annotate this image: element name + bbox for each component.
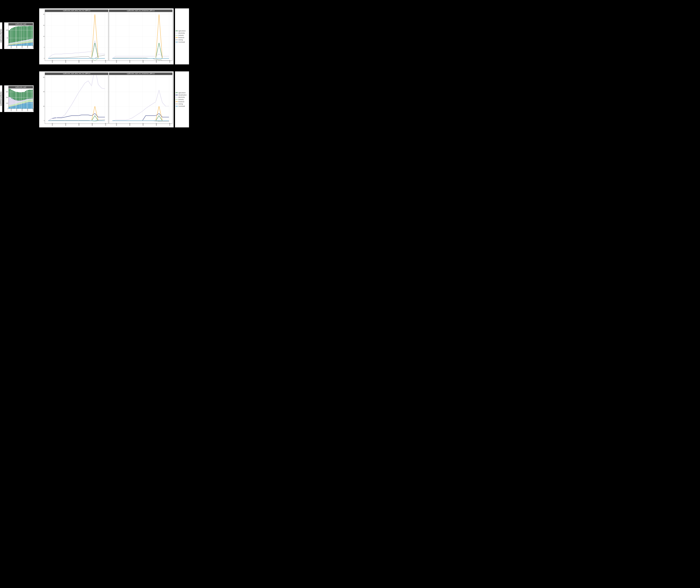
legend-swatch [176, 99, 178, 100]
legend-item: livestock [176, 36, 189, 39]
line-chart-panel: rcp85cooler_ssp5_nuc_moratorium_diffPrcn… [109, 10, 172, 61]
legend-item: municipal [176, 41, 189, 43]
svg-rect-61 [22, 43, 23, 43]
x-tick: 2080 [92, 123, 93, 126]
legend-swatch [176, 101, 178, 102]
y-tick: 0 [44, 58, 45, 59]
svg-rect-76 [25, 40, 26, 41]
svg-rect-123 [11, 106, 12, 106]
legend-swatch [176, 104, 178, 104]
x-tick: 2080 [27, 108, 28, 111]
y-tick: 10 [43, 36, 45, 37]
y-tick: 20 [43, 14, 45, 15]
facet-title: rcp85cooler_ssp5 [8, 86, 33, 88]
svg-rect-15 [11, 43, 12, 44]
y-axis-label: watConsumBySec [0, 22, 2, 49]
svg-rect-65 [22, 26, 23, 41]
svg-rect-67 [24, 43, 25, 43]
svg-rect-48 [20, 44, 21, 46]
svg-rect-37 [17, 44, 18, 44]
y-tick: 200 [6, 97, 9, 98]
svg-rect-72 [25, 43, 26, 46]
svg-rect-22 [13, 42, 14, 43]
svg-rect-101 [30, 26, 31, 39]
svg-rect-17 [11, 28, 12, 43]
svg-rect-23 [13, 28, 14, 42]
svg-rect-24 [14, 44, 15, 46]
legend-item: mining [176, 103, 189, 105]
legend-swatch [176, 31, 178, 31]
svg-rect-51 [20, 42, 21, 43]
x-tick: 2020 [52, 123, 53, 126]
svg-rect-170 [20, 92, 21, 101]
legend-label: agriculture [178, 30, 185, 32]
svg-rect-194 [25, 102, 26, 103]
plot-area: 020406020202040206020802100 [45, 75, 108, 124]
line-chart-panel: rcp85cooler_ssp5_allow_new_nuc_diffPrcnt… [45, 73, 108, 124]
svg-rect-111 [9, 106, 10, 107]
svg-rect-218 [29, 99, 30, 99]
legend-item: electricity [176, 32, 189, 34]
svg-rect-129 [13, 106, 14, 109]
svg-rect-209 [28, 100, 29, 102]
legend-item: agriculture [176, 30, 189, 32]
svg-rect-156 [17, 92, 18, 100]
plot-area: 0100200300 [8, 88, 33, 109]
svg-rect-198 [25, 91, 26, 99]
x-tick: 2080 [27, 45, 28, 48]
svg-rect-99 [30, 40, 31, 42]
x-tick: 2060 [21, 45, 23, 48]
plot-area: 20202040206020802100 [109, 12, 172, 61]
svg-rect-210 [28, 99, 29, 100]
svg-rect-4 [9, 43, 10, 44]
legend-swatch [176, 42, 178, 42]
svg-rect-168 [20, 101, 21, 102]
svg-rect-71 [24, 26, 25, 40]
svg-rect-217 [29, 99, 30, 100]
svg-rect-93 [29, 40, 30, 42]
svg-rect-42 [18, 44, 19, 46]
svg-rect-89 [28, 26, 29, 40]
svg-rect-182 [22, 100, 23, 101]
legend-label: municipal [178, 105, 185, 107]
legend-label: mining [178, 39, 183, 41]
legend-label: industry [178, 99, 184, 100]
svg-rect-128 [11, 90, 12, 98]
svg-rect-66 [24, 43, 25, 46]
svg-rect-28 [14, 42, 15, 43]
y-tick: 100 [6, 29, 9, 31]
x-tick: 2040 [65, 60, 66, 63]
svg-rect-91 [29, 42, 30, 43]
legend-swatch [176, 106, 178, 106]
x-tick: 2040 [16, 45, 17, 48]
x-tick: 2080 [156, 60, 157, 63]
svg-rect-40 [17, 42, 18, 43]
svg-rect-153 [17, 103, 18, 105]
y-tick: 0 [44, 120, 45, 121]
svg-rect-47 [18, 26, 19, 41]
legend-swatch [176, 40, 178, 40]
x-tick: 2020 [11, 45, 12, 48]
legend-label: mining [178, 103, 183, 105]
svg-rect-25 [14, 44, 15, 44]
x-tick: 2100 [169, 60, 170, 63]
legend-item: industry [176, 34, 189, 36]
plot-area: 0510152020202040206020802100 [45, 12, 108, 61]
legend-label: electricity [178, 96, 185, 98]
legend-label: industry [178, 34, 184, 36]
svg-rect-161 [18, 101, 19, 103]
y-tick: 5 [44, 47, 45, 48]
svg-rect-139 [14, 104, 15, 105]
x-tick: 2040 [65, 123, 66, 126]
svg-rect-95 [29, 26, 30, 39]
x-tick: 2100 [105, 60, 106, 63]
y-tick: 15 [43, 25, 45, 26]
svg-rect-69 [24, 41, 25, 43]
legend: agriculturedesalinationelectricityindust… [175, 71, 189, 127]
x-tick: 2040 [129, 60, 130, 63]
svg-rect-125 [11, 105, 12, 106]
svg-rect-112 [9, 97, 10, 105]
y-tick: 60 [43, 77, 45, 78]
svg-rect-219 [29, 90, 30, 99]
svg-rect-226 [30, 90, 31, 99]
